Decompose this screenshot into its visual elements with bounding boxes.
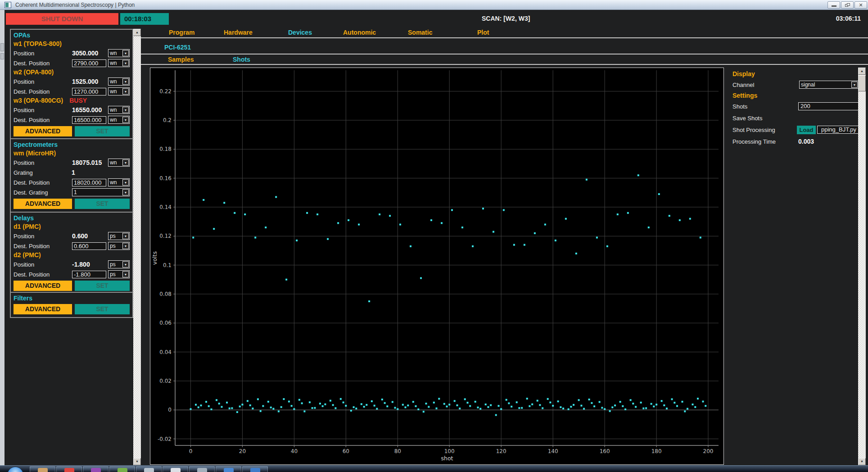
units-select[interactable]: wn▼ xyxy=(108,106,130,114)
units-select[interactable]: ps▼ xyxy=(108,270,130,278)
tab-autonomic[interactable]: Autonomic xyxy=(343,29,376,36)
view-tab-samples[interactable]: Samples xyxy=(168,56,194,63)
scroll-up-icon[interactable]: ▲ xyxy=(858,68,866,75)
units-select[interactable]: wn▼ xyxy=(108,77,130,86)
scroll-down-icon[interactable]: ▼ xyxy=(133,458,141,465)
scrollbar-track[interactable] xyxy=(858,75,866,458)
shots-input[interactable]: 200 xyxy=(798,102,859,110)
tab-program[interactable]: Program xyxy=(169,29,195,36)
advanced-button[interactable]: ADVANCED xyxy=(14,304,72,314)
taskbar-pinned-app-5[interactable] xyxy=(136,466,162,472)
destination-input[interactable]: 1270.000 xyxy=(72,88,106,95)
position-readout: 1525.000 xyxy=(72,78,106,85)
destination-input[interactable]: 0.600 xyxy=(72,242,106,250)
view-tab-shots[interactable]: Shots xyxy=(233,56,250,63)
position-readout: 18075.015 xyxy=(72,159,106,166)
save-shots-label: Save Shots xyxy=(732,115,859,122)
units-select[interactable]: ps▼ xyxy=(108,232,130,240)
units-select[interactable]: ps▼ xyxy=(108,260,130,268)
set-button[interactable]: SET xyxy=(75,304,130,314)
shots-scatter-plot[interactable]: 020406080100120140160180200-0.0200.020.0… xyxy=(150,68,723,464)
taskbar-pinned-app-2[interactable] xyxy=(56,466,82,472)
chevron-down-icon[interactable]: ▼ xyxy=(122,88,129,95)
set-button[interactable]: SET xyxy=(75,126,130,136)
tab-hardware[interactable]: Hardware xyxy=(224,29,253,36)
destination-input[interactable]: 18020.000 xyxy=(72,179,106,186)
units-select[interactable]: ps▼ xyxy=(108,242,130,250)
units-select[interactable]: wn▼ xyxy=(108,59,130,67)
taskbar-pinned-app-1[interactable] xyxy=(30,466,55,472)
hardware-row: Dest. Position2790.000wn▼ xyxy=(14,58,130,68)
set-button[interactable]: SET xyxy=(75,199,130,209)
scroll-up-icon[interactable]: ▲ xyxy=(133,29,141,36)
units-select-value: wn xyxy=(108,50,122,57)
units-select[interactable]: wn▼ xyxy=(108,178,130,186)
scroll-down-icon[interactable]: ▼ xyxy=(858,458,866,465)
pinned-app-9-icon xyxy=(250,468,260,472)
load-script-button[interactable]: Load xyxy=(797,126,816,134)
set-button[interactable]: SET xyxy=(75,281,130,291)
tab-pci-6251[interactable]: PCI-6251 xyxy=(164,44,191,51)
units-select[interactable]: wn▼ xyxy=(108,87,130,95)
row-label: Position xyxy=(14,159,72,166)
settings-scrollbar[interactable]: ▲ ▼ xyxy=(858,68,866,465)
taskbar-pinned-app-9[interactable] xyxy=(242,466,268,472)
chevron-down-icon[interactable]: ▼ xyxy=(122,271,129,277)
hardware-row: Dest. Position-1.800ps▼ xyxy=(14,269,130,279)
row-label: Position xyxy=(14,233,72,240)
start-button[interactable] xyxy=(7,467,23,472)
hardware-row: Grating1 xyxy=(14,168,130,177)
chevron-down-icon[interactable]: ▼ xyxy=(122,117,129,123)
taskbar-pinned-app-4[interactable] xyxy=(109,466,135,472)
main-scrollbar[interactable]: ▲ ▼ xyxy=(133,29,141,465)
channel-select[interactable]: signal ▼ xyxy=(799,81,859,89)
processing-script-input[interactable]: pping_BJT.py xyxy=(817,126,859,134)
svg-text:80: 80 xyxy=(394,448,401,454)
units-select[interactable]: wn▼ xyxy=(108,159,130,167)
svg-text:0: 0 xyxy=(168,407,172,413)
taskbar-pinned-app-7[interactable] xyxy=(189,466,215,472)
restore-button[interactable] xyxy=(841,1,854,9)
destination-input[interactable]: 16500.000 xyxy=(72,116,106,124)
tab-devices[interactable]: Devices xyxy=(288,29,312,36)
shutdown-button[interactable]: SHUT DOWN xyxy=(6,13,118,25)
position-readout: -1.800 xyxy=(72,261,106,268)
units-select[interactable]: wn▼ xyxy=(108,116,130,124)
advanced-button[interactable]: ADVANCED xyxy=(14,126,72,136)
chevron-down-icon[interactable]: ▼ xyxy=(122,233,129,239)
display-heading: Display xyxy=(732,69,859,79)
chevron-down-icon[interactable]: ▼ xyxy=(122,243,129,249)
advanced-button[interactable]: ADVANCED xyxy=(14,199,72,209)
tab-somatic[interactable]: Somatic xyxy=(408,29,432,36)
minimize-button[interactable] xyxy=(827,1,840,9)
units-select[interactable]: 1▼ xyxy=(72,188,130,196)
units-select[interactable]: wn▼ xyxy=(108,49,130,57)
tab-plot[interactable]: Plot xyxy=(477,29,489,36)
chevron-down-icon[interactable]: ▼ xyxy=(122,179,129,186)
clock: 03:06:11 xyxy=(798,15,861,22)
chevron-down-icon[interactable]: ▼ xyxy=(122,107,129,113)
scrollbar-track[interactable] xyxy=(133,36,141,458)
chevron-down-icon[interactable]: ▼ xyxy=(851,82,858,88)
units-select-value: wn xyxy=(108,179,122,186)
advanced-button[interactable]: ADVANCED xyxy=(14,281,72,291)
taskbar-pinned-app-8[interactable] xyxy=(216,466,241,472)
chevron-down-icon[interactable]: ▼ xyxy=(122,189,129,195)
taskbar-pinned-app-3[interactable] xyxy=(83,466,108,472)
taskbar-pinned-app-6[interactable] xyxy=(163,466,188,472)
scrollbar-thumb[interactable] xyxy=(858,75,866,91)
units-select-value: wn xyxy=(108,159,122,166)
row-label: Position xyxy=(14,50,72,57)
row-label: Dest. Position xyxy=(14,88,72,95)
destination-input[interactable]: 2790.000 xyxy=(72,59,106,67)
shots-plot-panel[interactable]: 020406080100120140160180200-0.0200.020.0… xyxy=(150,68,724,465)
destination-input[interactable]: -1.800 xyxy=(72,271,106,278)
close-button[interactable]: ✕ xyxy=(854,1,867,9)
chevron-down-icon[interactable]: ▼ xyxy=(122,159,129,166)
chevron-down-icon[interactable]: ▼ xyxy=(122,60,129,66)
chevron-down-icon[interactable]: ▼ xyxy=(122,50,129,56)
svg-text:200: 200 xyxy=(703,448,714,454)
chevron-down-icon[interactable]: ▼ xyxy=(122,261,129,268)
svg-text:0.2: 0.2 xyxy=(163,117,172,123)
chevron-down-icon[interactable]: ▼ xyxy=(122,78,129,85)
